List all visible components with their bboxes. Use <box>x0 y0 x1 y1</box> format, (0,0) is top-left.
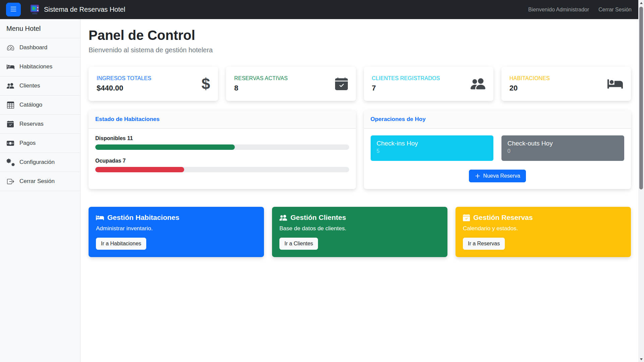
cash-icon <box>6 139 14 147</box>
bed-icon <box>6 63 14 71</box>
new-reservation-label: Nueva Reserva <box>483 173 520 179</box>
navbar-logout-link[interactable]: Cerrar Sesión <box>598 7 632 13</box>
stat-value: 8 <box>234 84 288 93</box>
scroll-up-arrow-icon[interactable] <box>638 0 644 6</box>
action-card-title: Gestión Clientes <box>290 214 346 222</box>
hamburger-menu-icon <box>9 5 17 14</box>
action-card-title: Gestión Habitaciones <box>107 214 179 222</box>
calendar-check-icon <box>463 214 470 221</box>
sidebar-item-habitaciones[interactable]: Habitaciones <box>0 57 80 76</box>
today-operations-panel: Operaciones de Hoy Check-ins Hoy 5 Check… <box>364 110 631 189</box>
page-subtitle: Bienvenido al sistema de gestión hoteler… <box>89 46 631 54</box>
navbar-right: Bienvenido Administrador Cerrar Sesión <box>528 7 632 13</box>
stat-label: CLIENTES REGISTRADOS <box>372 75 440 81</box>
sidebar-item-cerrar-sesion[interactable]: Cerrar Sesión <box>0 172 80 191</box>
checkouts-today-value: 0 <box>507 148 618 154</box>
sidebar-header: Menu Hotel <box>0 19 80 38</box>
actions-row: Gestión Habitaciones Administrar inventa… <box>89 207 631 257</box>
new-reservation-button[interactable]: Nueva Reserva <box>469 170 526 182</box>
go-to-reservas-button[interactable]: Ir a Reservas <box>463 238 505 250</box>
checkouts-today-box: Check-outs Hoy 0 <box>501 135 624 161</box>
checkins-today-label: Check-ins Hoy <box>377 140 487 147</box>
go-to-clientes-button[interactable]: Ir a Clientes <box>279 238 318 250</box>
bed-icon <box>607 78 623 90</box>
speedometer-icon <box>6 44 14 52</box>
action-card-clientes: Gestión Clientes Base de datos de client… <box>272 207 447 257</box>
stat-value: 7 <box>372 84 440 93</box>
stat-label: HABITACIONES <box>509 75 550 81</box>
main-content: Panel de Control Bienvenido al sistema d… <box>80 19 638 265</box>
table-grid-icon <box>6 101 14 109</box>
occupied-rooms-progressbar <box>95 167 349 172</box>
action-card-reservas: Gestión Reservas Calendario y estados. I… <box>455 207 631 257</box>
action-card-habitaciones: Gestión Habitaciones Administrar inventa… <box>89 207 264 257</box>
room-status-panel: Estado de Habitaciones Disponibles 11 Oc… <box>89 110 356 189</box>
action-card-text: Administrar inventario. <box>96 225 257 232</box>
room-status-panel-title: Estado de Habitaciones <box>89 110 356 129</box>
gears-icon <box>6 158 14 166</box>
people-icon <box>6 82 14 90</box>
sidebar-item-label: Pagos <box>19 140 36 146</box>
app-logo-icon <box>30 4 40 15</box>
sidebar-item-configuracion[interactable]: Configuración <box>0 153 80 172</box>
app-title: Sistema de Reservas Hotel <box>44 6 125 13</box>
sidebar-item-label: Clientes <box>19 82 40 89</box>
available-rooms-label: Disponibles 11 <box>95 135 349 141</box>
menu-toggle-button[interactable] <box>6 3 21 16</box>
checkins-today-box: Check-ins Hoy 5 <box>371 135 493 161</box>
stat-value: 20 <box>509 84 550 93</box>
stat-value: $440.00 <box>97 84 151 93</box>
calendar-check-icon <box>6 120 14 128</box>
stat-card-habitaciones: HABITACIONES 20 <box>501 67 631 101</box>
page-title: Panel de Control <box>89 28 631 43</box>
checkouts-today-label: Check-outs Hoy <box>507 140 618 147</box>
sidebar-item-label: Configuración <box>19 159 55 166</box>
sidebar-item-label: Reservas <box>19 121 44 127</box>
scroll-thumb[interactable] <box>639 7 643 189</box>
page-scrollbar[interactable] <box>638 0 644 362</box>
welcome-text: Bienvenido Administrador <box>528 7 589 13</box>
go-to-habitaciones-button[interactable]: Ir a Habitaciones <box>96 238 146 250</box>
sidebar: Menu Hotel Dashboard Habitaciones Client… <box>0 19 80 362</box>
action-card-text: Calendario y estados. <box>463 225 624 232</box>
people-icon <box>279 214 287 222</box>
sidebar-item-dashboard[interactable]: Dashboard <box>0 38 80 57</box>
sidebar-item-reservas[interactable]: Reservas <box>0 115 80 134</box>
stats-row: INGRESOS TOTALES $440.00 $ RESERVAS ACTI… <box>89 67 631 101</box>
top-navbar: Sistema de Reservas Hotel Bienvenido Adm… <box>0 0 638 19</box>
logout-icon <box>6 177 14 185</box>
calendar-check-icon <box>335 77 348 90</box>
sidebar-item-catalogo[interactable]: Catálogo <box>0 96 80 115</box>
bed-icon <box>96 215 104 221</box>
occupied-rooms-progress-fill <box>95 167 184 172</box>
available-rooms-progressbar <box>95 144 349 150</box>
action-card-text: Base de datos de clientes. <box>279 225 440 232</box>
plus-icon <box>475 173 481 179</box>
sidebar-item-label: Cerrar Sesión <box>19 178 55 185</box>
sidebar-item-label: Dashboard <box>19 44 47 51</box>
stat-label: RESERVAS ACTIVAS <box>234 75 288 81</box>
sidebar-item-pagos[interactable]: Pagos <box>0 134 80 153</box>
people-icon <box>471 76 485 91</box>
sidebar-item-label: Habitaciones <box>19 63 52 70</box>
scroll-down-arrow-icon[interactable] <box>638 356 644 362</box>
action-card-title: Gestión Reservas <box>473 214 533 222</box>
stat-card-reservas-activas: RESERVAS ACTIVAS 8 <box>226 67 356 101</box>
checkins-today-value: 5 <box>377 148 487 154</box>
occupied-rooms-label: Ocupadas 7 <box>95 158 349 164</box>
stat-card-clientes-registrados: CLIENTES REGISTRADOS 7 <box>364 67 493 101</box>
today-operations-panel-title: Operaciones de Hoy <box>364 110 631 129</box>
available-rooms-progress-fill <box>95 144 235 150</box>
sidebar-item-label: Catálogo <box>19 102 42 108</box>
stat-label: INGRESOS TOTALES <box>97 75 151 81</box>
sidebar-nav: Dashboard Habitaciones Clientes Catálogo <box>0 38 80 191</box>
dollar-icon: $ <box>202 76 210 92</box>
panels-row: Estado de Habitaciones Disponibles 11 Oc… <box>89 110 631 189</box>
sidebar-item-clientes[interactable]: Clientes <box>0 76 80 96</box>
stat-card-ingresos-totales: INGRESOS TOTALES $440.00 $ <box>89 67 218 101</box>
